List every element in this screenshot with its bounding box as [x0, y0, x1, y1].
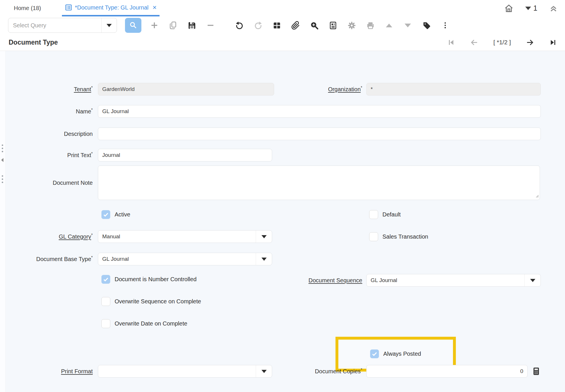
splitter-handle[interactable] [2, 175, 3, 183]
first-record-button[interactable] [447, 39, 455, 46]
print-format-dropdown-button[interactable] [256, 365, 272, 377]
copy-record-button[interactable] [167, 18, 179, 33]
collapse-left-icon[interactable] [1, 158, 3, 162]
document-sequence-field[interactable] [367, 274, 524, 286]
name-field[interactable] [98, 105, 541, 118]
printer-icon [366, 21, 375, 30]
arrow-left-icon [470, 38, 478, 47]
first-record-icon [447, 39, 455, 46]
gl-category-zoom-link[interactable]: GL Category [59, 233, 91, 240]
select-query-combo [8, 18, 117, 33]
window-switcher[interactable]: 1 [525, 4, 537, 12]
document-copies-field[interactable] [366, 365, 528, 378]
number-controlled-checkbox[interactable] [101, 275, 110, 284]
triangle-down-icon [405, 24, 411, 27]
select-query-dropdown-button[interactable] [101, 18, 117, 33]
save-button[interactable] [186, 18, 198, 33]
plus-icon [150, 21, 159, 30]
next-record-button[interactable] [526, 38, 534, 47]
last-record-button[interactable] [549, 39, 557, 46]
active-checkbox[interactable] [101, 210, 110, 219]
check-icon [103, 211, 109, 218]
document-sequence-combo [366, 274, 541, 287]
active-checkbox-label: Active [115, 210, 130, 219]
chevron-down-icon [261, 370, 267, 373]
default-checkbox[interactable] [369, 210, 378, 219]
document-sequence-dropdown-button[interactable] [524, 274, 541, 286]
print-button[interactable] [365, 18, 376, 33]
overwrite-date-checkbox[interactable] [101, 319, 110, 328]
scroll-down-button[interactable] [402, 18, 414, 33]
print-format-field[interactable] [98, 365, 256, 377]
collapse-header-icon[interactable] [549, 4, 558, 13]
document-note-label: Document Note [9, 165, 93, 200]
gl-category-dropdown-button[interactable] [256, 231, 272, 243]
form-panel: Tenant* Organization* Name* Description … [0, 51, 565, 392]
find-button[interactable] [125, 18, 141, 33]
idempiere-window: Home (18) *Document Type: GL Journal × [0, 0, 565, 392]
print-text-label: Print Text* [9, 149, 93, 161]
chevron-down-icon [107, 24, 112, 27]
label-button[interactable] [421, 18, 432, 33]
delete-record-button[interactable] [205, 18, 216, 33]
last-record-icon [549, 39, 557, 46]
document-base-type-combo [98, 253, 272, 265]
resize-handle[interactable] [535, 194, 539, 199]
print-format-zoom-link[interactable]: Print Format [61, 368, 93, 374]
document-base-type-dropdown-button[interactable] [256, 253, 272, 265]
always-posted-checkbox[interactable] [370, 349, 379, 358]
overwrite-sequence-checkbox[interactable] [101, 297, 110, 306]
zoom-across-button[interactable] [308, 18, 320, 33]
triangle-up-icon [386, 24, 392, 27]
chevron-down-icon [261, 258, 267, 261]
organization-zoom-link[interactable]: Organization [328, 86, 361, 92]
previous-record-button[interactable] [470, 38, 478, 47]
overwrite-date-checkbox-label: Overwrite Date on Complete [115, 319, 187, 328]
close-tab-icon[interactable]: × [153, 4, 157, 11]
document-sequence-zoom-link[interactable]: Document Sequence [308, 277, 362, 283]
print-format-label: Print Format [9, 365, 93, 378]
grid-icon [272, 21, 281, 30]
tab-home-label: Home (18) [14, 5, 41, 12]
tab-home[interactable]: Home (18) [14, 0, 41, 16]
splitter-handle[interactable] [2, 144, 3, 152]
chevron-down-icon [525, 7, 531, 10]
print-text-field[interactable] [98, 149, 272, 161]
document-copies-label: Document Copies* [276, 365, 362, 378]
sales-transaction-checkbox-label: Sales Transaction [382, 232, 428, 241]
calculator-button[interactable] [531, 366, 542, 377]
window-list-icon [65, 4, 72, 11]
process-button[interactable] [346, 18, 357, 33]
arrow-right-icon [526, 38, 534, 47]
description-label: Description [9, 128, 93, 140]
sales-transaction-checkbox[interactable] [369, 232, 378, 241]
toggle-grid-button[interactable] [271, 18, 282, 33]
new-record-button[interactable] [149, 18, 160, 33]
more-options-button[interactable] [439, 18, 451, 33]
save-icon [187, 21, 196, 30]
scroll-up-button[interactable] [383, 18, 395, 33]
document-base-type-field[interactable] [98, 253, 256, 265]
always-posted-checkbox-label: Always Posted [383, 349, 421, 358]
overwrite-sequence-checkbox-label: Overwrite Sequence on Complete [115, 297, 201, 306]
tab-document-type-label: *Document Type: GL Journal [75, 4, 149, 11]
home-icon[interactable] [504, 3, 514, 13]
document-note-field[interactable] [98, 166, 540, 200]
check-icon [371, 351, 378, 357]
toolbar [8, 18, 451, 33]
page-title: Document Type [9, 39, 58, 46]
attachment-button[interactable] [290, 18, 301, 33]
refresh-button[interactable] [252, 18, 264, 33]
gl-category-field[interactable] [98, 231, 256, 243]
undo-button[interactable] [234, 18, 245, 33]
report-button[interactable] [327, 18, 339, 33]
title-bar: Document Type [ *1/2 ] [9, 35, 557, 50]
name-label: Name* [9, 105, 93, 118]
tenant-zoom-link[interactable]: Tenant [74, 86, 91, 92]
description-field[interactable] [98, 128, 541, 140]
tab-document-type[interactable]: *Document Type: GL Journal × [62, 0, 160, 16]
select-query-input[interactable] [8, 18, 101, 33]
minus-icon [206, 21, 215, 30]
organization-field [366, 83, 541, 96]
document-sequence-label: Document Sequence [276, 274, 362, 287]
